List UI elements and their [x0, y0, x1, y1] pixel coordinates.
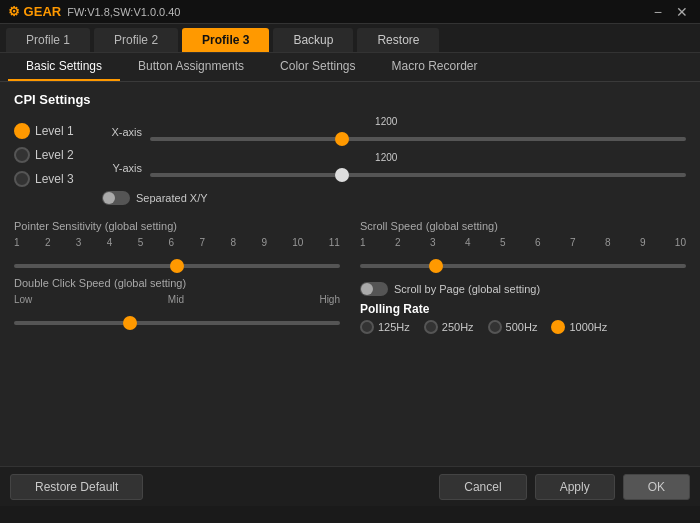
label-1000hz: 1000Hz	[569, 321, 607, 333]
x-axis-row: X-axis 1200	[102, 116, 686, 148]
app-logo: ⚙ GEAR	[8, 4, 61, 19]
scroll-by-page-row: Scroll by Page (global setting)	[360, 282, 686, 296]
profile-tabs: Profile 1 Profile 2 Profile 3 Backup Res…	[0, 24, 700, 53]
y-axis-value: 1200	[375, 152, 397, 163]
x-axis-label: X-axis	[102, 126, 142, 138]
scroll-speed-title: Scroll Speed (global setting)	[360, 219, 686, 233]
minimize-button[interactable]: −	[650, 5, 666, 19]
radio-1000hz	[551, 320, 565, 334]
cpi-level-1[interactable]: Level 1	[14, 123, 94, 139]
level3-label: Level 3	[35, 172, 74, 186]
level1-label: Level 1	[35, 124, 74, 138]
left-column: Pointer Sensitivity (global setting) 123…	[14, 219, 340, 334]
sub-tabs: Basic Settings Button Assignments Color …	[0, 53, 700, 82]
title-bar: ⚙ GEAR FW:V1.8,SW:V1.0.0.40 − ✕	[0, 0, 700, 24]
scroll-by-page-label: Scroll by Page (global setting)	[394, 283, 540, 295]
radio-250hz	[424, 320, 438, 334]
pointer-sensitivity-title: Pointer Sensitivity (global setting)	[14, 219, 340, 233]
level3-dot	[14, 171, 30, 187]
y-axis-slider[interactable]	[150, 173, 686, 177]
profile-tab-1[interactable]: Profile 1	[6, 28, 90, 52]
double-click-title: Double Click Speed (global setting)	[14, 276, 340, 290]
close-button[interactable]: ✕	[672, 5, 692, 19]
y-axis-slider-wrapper: 1200	[150, 152, 686, 184]
main-content: CPI Settings Level 1 Level 2 Level 3	[0, 82, 700, 466]
level2-dot	[14, 147, 30, 163]
pointer-sensitivity-slider[interactable]	[14, 264, 340, 268]
label-500hz: 500Hz	[506, 321, 538, 333]
tab-basic-settings[interactable]: Basic Settings	[8, 53, 120, 81]
cpi-level-2[interactable]: Level 2	[14, 147, 94, 163]
separated-xy-label: Separated X/Y	[136, 192, 208, 204]
footer: Restore Default Cancel Apply OK	[0, 466, 700, 506]
right-column: Scroll Speed (global setting) 123 456 78…	[360, 219, 686, 334]
label-125hz: 125Hz	[378, 321, 410, 333]
separated-xy-toggle[interactable]	[102, 191, 130, 205]
separated-xy-row: Separated X/Y	[102, 191, 686, 205]
x-axis-slider-wrapper: 1200	[150, 116, 686, 148]
scroll-scale-numbers: 123 456 789 10	[360, 237, 686, 248]
tab-button-assignments[interactable]: Button Assignments	[120, 53, 262, 81]
footer-right: Cancel Apply OK	[439, 474, 690, 500]
polling-rate-title: Polling Rate	[360, 302, 686, 316]
double-click-slider[interactable]	[14, 321, 340, 325]
polling-1000hz[interactable]: 1000Hz	[551, 320, 607, 334]
scroll-speed-slider[interactable]	[360, 264, 686, 268]
bottom-section: Pointer Sensitivity (global setting) 123…	[14, 219, 686, 334]
radio-125hz	[360, 320, 374, 334]
version-text: FW:V1.8,SW:V1.0.0.40	[67, 6, 180, 18]
x-axis-value: 1200	[375, 116, 397, 127]
polling-125hz[interactable]: 125Hz	[360, 320, 410, 334]
footer-left: Restore Default	[10, 474, 439, 500]
toggle-knob	[103, 192, 115, 204]
y-axis-row: Y-axis 1200	[102, 152, 686, 184]
profile-tab-2[interactable]: Profile 2	[94, 28, 178, 52]
x-axis-slider[interactable]	[150, 137, 686, 141]
title-bar-left: ⚙ GEAR FW:V1.8,SW:V1.0.0.40	[8, 4, 181, 19]
level1-dot	[14, 123, 30, 139]
ok-button[interactable]: OK	[623, 474, 690, 500]
tab-color-settings[interactable]: Color Settings	[262, 53, 373, 81]
cpi-level-3[interactable]: Level 3	[14, 171, 94, 187]
scroll-toggle-knob	[361, 283, 373, 295]
polling-500hz[interactable]: 500Hz	[488, 320, 538, 334]
polling-rate-section: Polling Rate 125Hz 250Hz 500Hz	[360, 302, 686, 334]
double-click-labels: Low Mid High	[14, 294, 340, 305]
polling-250hz[interactable]: 250Hz	[424, 320, 474, 334]
title-bar-controls: − ✕	[650, 5, 692, 19]
scroll-by-page-toggle[interactable]	[360, 282, 388, 296]
cancel-button[interactable]: Cancel	[439, 474, 526, 500]
restore-default-button[interactable]: Restore Default	[10, 474, 143, 500]
profile-tab-backup[interactable]: Backup	[273, 28, 353, 52]
profile-tab-restore[interactable]: Restore	[357, 28, 439, 52]
pointer-scale-numbers: 123 456 789 1011	[14, 237, 340, 248]
y-axis-label: Y-axis	[102, 162, 142, 174]
polling-options: 125Hz 250Hz 500Hz 1000Hz	[360, 320, 686, 334]
cpi-section: Level 1 Level 2 Level 3 X-axis 1200	[14, 113, 686, 211]
radio-500hz	[488, 320, 502, 334]
cpi-section-title: CPI Settings	[14, 92, 686, 107]
profile-tab-3[interactable]: Profile 3	[182, 28, 269, 52]
level2-label: Level 2	[35, 148, 74, 162]
label-250hz: 250Hz	[442, 321, 474, 333]
apply-button[interactable]: Apply	[535, 474, 615, 500]
tab-macro-recorder[interactable]: Macro Recorder	[373, 53, 495, 81]
